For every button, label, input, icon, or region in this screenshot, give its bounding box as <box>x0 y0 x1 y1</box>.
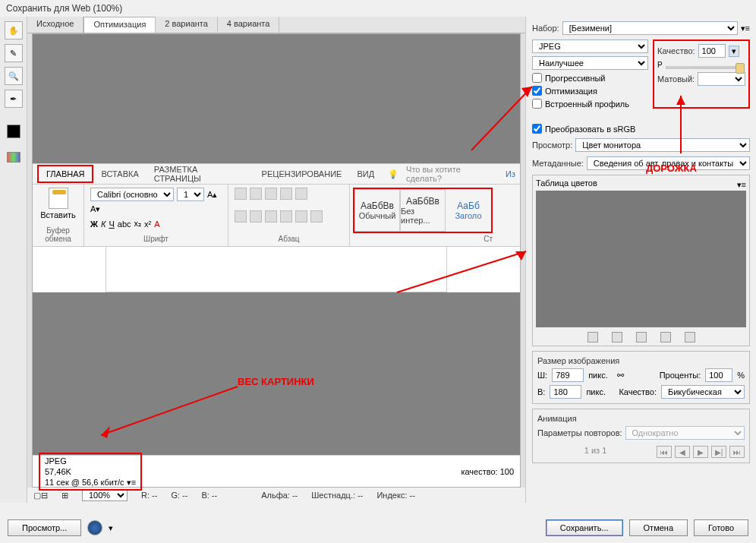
bullets-icon[interactable] <box>235 188 247 200</box>
preview-select[interactable]: Цвет монитора <box>575 138 750 152</box>
indent-inc-icon[interactable] <box>295 188 307 200</box>
sub-icon[interactable]: x₂ <box>134 219 142 229</box>
play-icon[interactable]: ▶ <box>693 446 708 458</box>
prev-frame-icon[interactable]: ◀ <box>675 446 690 458</box>
increase-font-icon[interactable]: A▴ <box>207 190 217 200</box>
preview-button[interactable]: Просмотр... <box>8 519 81 536</box>
ct-map-icon[interactable] <box>612 332 622 343</box>
animation-box: Анимация Параметры повторов: Однократно … <box>532 409 750 463</box>
progressive-check[interactable] <box>532 73 542 83</box>
styles-gallery[interactable]: АаБбВвОбычный АаБбВвБез интер... АаБбЗаг… <box>353 188 493 233</box>
word-tab-home[interactable]: ГЛАВНАЯ <box>37 165 93 183</box>
strike-icon[interactable]: abc <box>118 219 131 229</box>
save-button[interactable]: Сохранить... <box>546 519 623 536</box>
word-tab-insert[interactable]: ВСТАВКА <box>93 166 146 182</box>
foreground-swatch[interactable] <box>7 125 20 138</box>
preset-label: Набор: <box>532 24 559 33</box>
bottom-bar: Просмотр... ▾ Сохранить... Отмена Готово <box>0 517 756 538</box>
height-input[interactable] <box>550 385 581 399</box>
group-clipboard-label: Буфер обмена <box>39 226 77 243</box>
indent-dec-icon[interactable] <box>280 188 292 200</box>
preview-label: Просмотр: <box>532 140 572 150</box>
resample-select[interactable]: Бикубическая <box>661 385 745 399</box>
color-table-menu-icon[interactable]: ▾≡ <box>737 180 746 190</box>
link-icon[interactable]: ⚯ <box>617 371 624 380</box>
zoom-out-icon[interactable]: ▢⊟ <box>33 491 48 500</box>
info-quality: качество: 100 <box>461 467 514 476</box>
ct-trash-icon[interactable] <box>685 332 695 343</box>
justify-icon[interactable] <box>280 210 292 223</box>
quality-dropdown-icon[interactable]: ▾ <box>729 46 739 57</box>
mode-swatch[interactable] <box>7 152 20 163</box>
info-format: JPEG <box>45 456 136 466</box>
done-button[interactable]: Готово <box>694 519 748 536</box>
optimize-check[interactable] <box>532 86 542 96</box>
word-tab-review[interactable]: РЕЦЕНЗИРОВАНИЕ <box>254 166 350 182</box>
italic-icon[interactable]: К <box>101 219 106 229</box>
zoom-in-icon[interactable]: ⊞ <box>61 491 68 500</box>
width-input[interactable] <box>552 368 584 382</box>
multilevel-icon[interactable] <box>265 188 277 200</box>
matte-select[interactable] <box>698 72 745 86</box>
numbering-icon[interactable] <box>250 188 262 200</box>
ct-select-icon[interactable] <box>587 332 598 343</box>
group-para-label: Абзац <box>235 235 343 243</box>
sup-icon[interactable]: x² <box>144 219 151 229</box>
ct-lock-icon[interactable] <box>636 332 647 343</box>
annotation-track: ДОРОЖКА <box>646 163 697 174</box>
tab-original[interactable]: Исходное <box>27 17 83 33</box>
tab-4up[interactable]: 4 варианта <box>218 17 280 33</box>
profile-check[interactable] <box>532 99 542 109</box>
meta-label: Метаданные: <box>532 159 584 168</box>
line-spacing-icon[interactable] <box>295 210 307 223</box>
zoom-tool-icon[interactable]: 🔍 <box>5 67 23 85</box>
status-b: B: -- <box>201 491 217 500</box>
align-center-icon[interactable] <box>250 210 262 223</box>
font-color-icon[interactable]: A <box>154 219 159 229</box>
annotation-weight: ВЕС КАРТИНКИ <box>238 376 314 387</box>
svg-marker-3 <box>515 251 526 260</box>
tab-2up[interactable]: 2 варианта <box>156 17 218 33</box>
loop-select[interactable]: Однократно <box>625 426 745 440</box>
word-tab-layout[interactable]: РАЗМЕТКА СТРАНИЦЫ <box>146 162 254 186</box>
format-select[interactable]: JPEG <box>532 39 648 53</box>
browser-icon[interactable] <box>87 520 102 535</box>
bold-icon[interactable]: Ж <box>90 219 98 229</box>
last-frame-icon[interactable]: ⏭ <box>729 446 745 458</box>
hand-tool-icon[interactable]: ✋ <box>5 21 23 39</box>
tab-optimized[interactable]: Оптимизация <box>83 17 156 33</box>
ct-new-icon[interactable] <box>660 332 671 343</box>
eyedropper-tool-icon[interactable]: ✒ <box>5 90 23 108</box>
font-name-select[interactable]: Calibri (основной) <box>90 188 174 201</box>
decrease-font-icon[interactable]: A▾ <box>90 204 100 214</box>
cancel-button[interactable]: Отмена <box>629 519 688 536</box>
quality-slider[interactable] <box>666 66 742 69</box>
align-right-icon[interactable] <box>265 210 277 223</box>
color-table-title: Таблица цветов <box>536 178 597 188</box>
imgsize-title: Размер изображения <box>537 356 745 365</box>
underline-icon[interactable]: Ч <box>109 219 114 229</box>
word-doc-area <box>106 247 446 292</box>
status-g: G: -- <box>171 491 187 500</box>
zoom-select[interactable]: 100% <box>82 489 128 501</box>
word-tab-view[interactable]: ВИД <box>349 166 382 182</box>
percent-input[interactable] <box>705 368 732 382</box>
quality-preset-select[interactable]: Наилучшее <box>532 56 648 70</box>
speed-menu-icon[interactable]: ▾≡ <box>127 478 136 487</box>
quality-input[interactable] <box>698 44 726 58</box>
preview-tabs: Исходное Оптимизация 2 варианта 4 вариан… <box>27 17 525 33</box>
shading-icon[interactable] <box>310 210 323 223</box>
browser-dropdown-icon[interactable]: ▾ <box>109 523 113 533</box>
font-size-select[interactable]: 11 <box>177 188 204 201</box>
first-frame-icon[interactable]: ⏮ <box>657 446 672 458</box>
preset-menu-icon[interactable]: ▾≡ <box>741 24 750 33</box>
next-frame-icon[interactable]: ▶| <box>711 446 726 458</box>
preset-select[interactable]: [Безимени] <box>562 21 738 35</box>
srgb-check[interactable] <box>532 124 542 134</box>
paste-button[interactable]: Вставить <box>39 188 77 219</box>
brush-tool-icon[interactable]: ✎ <box>5 44 23 62</box>
word-tellme[interactable]: Что вы хотите сделать? <box>398 162 506 186</box>
color-table-swatch <box>536 191 746 327</box>
settings-panel: Набор: [Безимени] ▾≡ JPEG Наилучшее Прог… <box>525 17 756 503</box>
align-left-icon[interactable] <box>235 210 247 223</box>
